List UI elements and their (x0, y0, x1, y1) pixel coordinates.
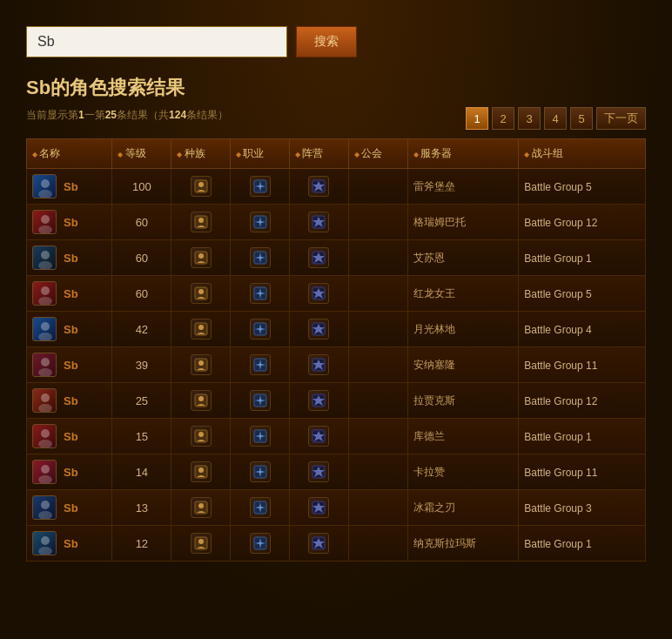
cell-class (231, 276, 290, 312)
svg-point-52 (198, 432, 204, 437)
cell-guild (348, 240, 407, 276)
svg-point-63 (41, 501, 50, 509)
race-icon (191, 247, 212, 268)
faction-icon (308, 354, 329, 375)
faction-icon (308, 283, 329, 304)
cell-guild (348, 454, 407, 490)
table-row[interactable]: Sb 42 (27, 312, 646, 347)
race-icon (191, 426, 212, 447)
cell-faction (290, 526, 349, 562)
battle-group-name: Battle Group 12 (524, 395, 597, 407)
cell-level: 13 (112, 490, 171, 526)
class-icon (250, 461, 271, 482)
cell-server: 格瑞姆巴托 (407, 205, 519, 240)
svg-point-24 (198, 289, 204, 294)
page-1-button[interactable]: 1 (466, 107, 488, 130)
svg-point-71 (38, 547, 52, 555)
avatar (32, 317, 57, 341)
search-button[interactable]: 搜索 (296, 26, 357, 57)
table-row[interactable]: Sb 39 (27, 347, 646, 383)
faction-icon (308, 461, 329, 482)
table-row[interactable]: Sb 100 (27, 169, 646, 205)
svg-point-21 (41, 286, 50, 295)
table-row[interactable]: Sb 13 (27, 490, 646, 526)
svg-point-8 (38, 225, 52, 234)
table-body: Sb 100 (27, 169, 646, 562)
table-row[interactable]: Sb 15 (27, 419, 646, 454)
svg-point-73 (198, 539, 204, 544)
svg-point-59 (198, 467, 204, 473)
cell-guild (348, 419, 407, 454)
next-page-button[interactable]: 下一页 (596, 107, 646, 130)
avatar (32, 495, 57, 520)
cell-server: 月光林地 (407, 312, 519, 347)
cell-name: Sb (27, 347, 112, 383)
cell-level: 25 (112, 383, 171, 419)
faction-icon (308, 497, 329, 518)
class-icon (250, 354, 271, 375)
cell-level: 60 (112, 276, 171, 312)
col-class: 职业 (231, 139, 290, 169)
page-3-button[interactable]: 3 (518, 107, 541, 130)
char-name: Sb (64, 359, 78, 372)
table-row[interactable]: Sb 14 (27, 454, 646, 490)
search-input[interactable] (26, 26, 287, 57)
class-icon (250, 212, 271, 232)
cell-race (171, 240, 231, 276)
results-table: 名称 等级 种族 职业 阵营 公会 服务器 战斗组 Sb (26, 138, 646, 562)
cell-class (231, 312, 290, 347)
cell-race (171, 526, 231, 562)
class-icon (250, 283, 271, 304)
main-container: 搜索 Sb的角色搜索结果 当前显示第1一第25条结果（共124条结果） 1 2 … (0, 0, 672, 579)
table-row[interactable]: Sb 12 (27, 526, 646, 562)
char-name: Sb (64, 252, 78, 265)
cell-faction (290, 419, 349, 454)
page-2-button[interactable]: 2 (492, 107, 514, 130)
table-row[interactable]: Sb 25 (27, 383, 646, 419)
cell-class (231, 347, 290, 383)
table-row[interactable]: Sb 60 (27, 205, 646, 240)
cell-name: Sb (27, 526, 112, 562)
svg-point-49 (41, 429, 50, 438)
avatar (32, 531, 57, 555)
table-row[interactable]: Sb 60 (27, 276, 646, 312)
cell-class (231, 169, 290, 205)
cell-battlegroup: Battle Group 4 (519, 312, 646, 347)
avatar (32, 210, 57, 234)
cell-battlegroup: Battle Group 3 (519, 490, 646, 526)
cell-level: 42 (112, 312, 171, 347)
cell-class (231, 205, 290, 240)
class-icon (250, 247, 271, 268)
cell-race (171, 490, 231, 526)
cell-name: Sb (27, 419, 112, 454)
cell-race (171, 169, 231, 205)
cell-faction (290, 169, 349, 205)
faction-icon (308, 176, 329, 197)
faction-icon (308, 390, 329, 411)
svg-point-17 (198, 253, 204, 259)
battle-group-name: Battle Group 1 (524, 252, 591, 265)
cell-name: Sb (27, 312, 112, 347)
svg-point-22 (38, 297, 52, 306)
cell-name: Sb (27, 205, 112, 240)
char-name: Sb (64, 216, 78, 229)
col-guild: 公会 (348, 139, 407, 169)
cell-server: 卡拉赞 (407, 454, 519, 490)
cell-battlegroup: Battle Group 1 (519, 240, 646, 276)
class-icon (250, 176, 271, 197)
cell-level: 14 (112, 454, 171, 490)
char-name: Sb (64, 323, 78, 336)
svg-point-50 (38, 440, 52, 448)
server-name: 安纳塞隆 (413, 359, 455, 371)
battle-group-name: Battle Group 11 (524, 360, 597, 372)
server-name: 月光林地 (413, 323, 455, 335)
class-icon (250, 533, 271, 554)
server-name: 库德兰 (413, 430, 445, 442)
table-row[interactable]: Sb 60 (27, 240, 646, 276)
page-5-button[interactable]: 5 (570, 107, 593, 130)
cell-class (231, 526, 290, 562)
cell-server: 纳克斯拉玛斯 (407, 526, 519, 562)
svg-point-29 (38, 333, 52, 341)
cell-faction (290, 205, 349, 240)
page-4-button[interactable]: 4 (544, 107, 567, 130)
